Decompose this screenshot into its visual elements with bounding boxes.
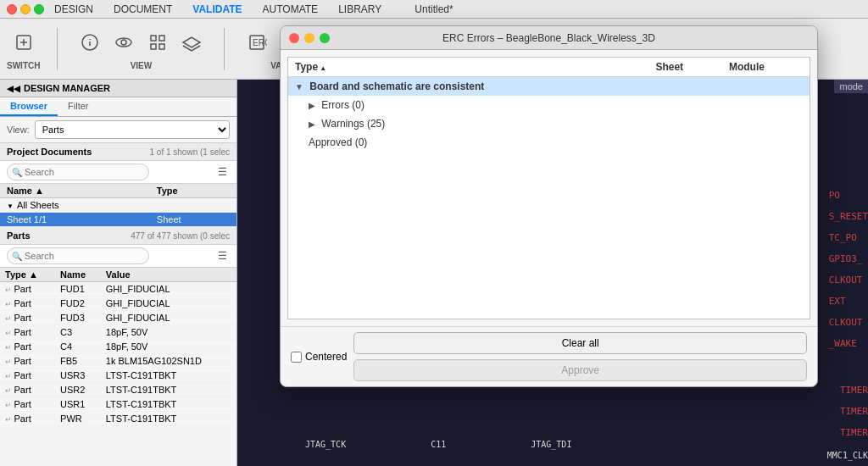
timer-label-1: TIMER <box>840 385 868 396</box>
net-label-3: TC_PO <box>829 232 868 243</box>
project-documents-title: Project Documents <box>7 147 92 157</box>
erc-row-warnings[interactable]: ▶ Warnings (25) <box>288 114 810 133</box>
parts-header: Parts 477 of 477 shown (0 selec <box>0 227 236 245</box>
view-selector-label: View: <box>7 125 30 135</box>
tab-browser[interactable]: Browser <box>0 97 58 116</box>
toolbar-group-switch: SWITCH <box>7 27 40 70</box>
net-label-5: CLKOUT <box>829 275 868 286</box>
erc-row-consistent[interactable]: ▼ Board and schematic are consistent <box>288 77 810 97</box>
table-row: ↵ Part USR3 LTST-C191TBKT <box>0 369 236 383</box>
erc-title-bar: ERC Errors – BeagleBone_Black_Wireless_3… <box>281 26 817 50</box>
table-row: ↵ Part FB5 1k BLM15AG102SN1D <box>0 354 236 369</box>
svg-rect-4 <box>151 36 156 41</box>
erc-expand-warnings-icon[interactable]: ▶ <box>309 119 315 129</box>
erc-col-sheet[interactable]: Sheet <box>648 58 722 77</box>
erc-expand-icon[interactable]: ▼ <box>295 82 303 92</box>
project-documents-count: 1 of 1 shown (1 selec <box>150 147 231 157</box>
parts-col-name[interactable]: Name <box>55 268 101 282</box>
mode-label: mode <box>834 80 868 93</box>
menu-document[interactable]: DOCUMENT <box>110 2 175 17</box>
erc-body: Type Sheet Module ▼ Board and schematic … <box>281 57 817 386</box>
parts-col-type[interactable]: Type ▲ <box>0 268 55 282</box>
project-documents-table: Name ▲ Type ▼All Sheets Sheet 1/1 Sheet <box>0 184 236 227</box>
erc-row-errors[interactable]: ▶ Errors (0) <box>288 96 810 114</box>
timer-label-3: TIMER <box>840 427 868 438</box>
centered-label: Centered <box>305 351 347 363</box>
design-manager-header: ◀◀ DESIGN MANAGER <box>0 80 236 97</box>
switch-button[interactable] <box>8 27 39 58</box>
erc-col-module[interactable]: Module <box>722 58 810 77</box>
sheet-type-cell: Sheet <box>150 213 236 227</box>
table-row: ↵ Part PWR LTST-C191TBKT <box>0 412 236 426</box>
close-window-icon[interactable] <box>7 4 17 14</box>
bottom-label-2: C11 <box>431 440 446 449</box>
view-grid-button[interactable] <box>142 27 173 58</box>
table-row: ↵ Part C4 18pF, 50V <box>0 340 236 354</box>
approve-button[interactable]: Approve <box>353 359 807 381</box>
parts-table: Type ▲ Name Value ↵ Part FUD1 GHI_FIDUCI… <box>0 268 236 426</box>
bottom-label-1: JTAG_TCK <box>305 440 346 449</box>
view-dropdown[interactable]: Parts <box>35 120 230 139</box>
table-row: ↵ Part C3 18pF, 50V <box>0 325 236 340</box>
net-label-7: CLKOUT <box>829 317 868 328</box>
erc-title-text: ERC Errors – BeagleBone_Black_Wireless_3… <box>442 32 655 44</box>
title-bar: DESIGN DOCUMENT VALIDATE AUTOMATE LIBRAR… <box>0 0 868 19</box>
erc-col-type[interactable]: Type <box>288 58 648 77</box>
mmc-label: MMC1_CLK <box>827 449 868 461</box>
centered-checkbox[interactable] <box>291 352 302 363</box>
col-type[interactable]: Type <box>150 184 236 198</box>
table-row-selected[interactable]: Sheet 1/1 Sheet <box>0 213 236 227</box>
view-eye-button[interactable] <box>108 27 139 58</box>
erc-list-area[interactable]: Type Sheet Module ▼ Board and schematic … <box>287 57 810 319</box>
erc-table: Type Sheet Module ▼ Board and schematic … <box>288 58 810 152</box>
menu-validate[interactable]: VALIDATE <box>189 2 245 17</box>
minimize-window-icon[interactable] <box>20 4 31 14</box>
view-selector: View: Parts <box>0 117 236 143</box>
table-row: ↵ Part USR2 LTST-C191TBKT <box>0 383 236 397</box>
net-label-8: _WAKE <box>829 338 868 349</box>
net-label-4: GPIO3_ <box>829 253 868 264</box>
menu-library[interactable]: LIBRARY <box>335 2 385 17</box>
tab-filter[interactable]: Filter <box>58 97 98 116</box>
validate-erc-button[interactable]: ERC <box>242 27 272 58</box>
window-title: Untitled* <box>415 3 453 15</box>
menu-automate[interactable]: AUTOMATE <box>259 2 322 17</box>
view-layers-button[interactable] <box>176 27 207 58</box>
bottom-labels: JTAG_TCK C11 JTAG_TDI <box>305 440 571 449</box>
project-search-input[interactable] <box>7 164 149 180</box>
erc-min-icon[interactable] <box>304 33 314 43</box>
switch-label: SWITCH <box>7 61 40 70</box>
erc-close-icon[interactable] <box>289 33 299 43</box>
browser-filter-tabs: Browser Filter <box>0 97 236 117</box>
timer-label-2: TIMER <box>840 406 868 417</box>
parts-search-input[interactable] <box>7 247 149 264</box>
project-search-bar: ☰ <box>0 161 236 184</box>
expand-icon[interactable]: ▼ <box>7 202 14 210</box>
svg-rect-6 <box>151 44 156 49</box>
bottom-label-3: JTAG_TDI <box>531 440 571 449</box>
maximize-window-icon[interactable] <box>34 4 44 14</box>
view-info-button[interactable] <box>75 27 105 58</box>
net-label-1: PO <box>829 190 868 201</box>
table-row: ▼All Sheets <box>0 198 236 213</box>
window-controls[interactable] <box>7 4 44 14</box>
toolbar-group-view: VIEW <box>75 27 207 70</box>
project-documents-header: Project Documents 1 of 1 shown (1 selec <box>0 143 236 161</box>
erc-window-controls[interactable] <box>289 33 330 43</box>
project-list-icon[interactable]: ☰ <box>214 164 230 180</box>
parts-col-value[interactable]: Value <box>101 268 236 282</box>
parts-count: 477 of 477 shown (0 selec <box>131 231 230 241</box>
erc-row-approved[interactable]: Approved (0) <box>288 133 810 152</box>
parts-title: Parts <box>7 230 31 241</box>
menu-design[interactable]: DESIGN <box>51 2 97 17</box>
design-manager-title: DESIGN MANAGER <box>24 83 110 93</box>
erc-row-errors-label: ▶ Errors (0) <box>288 96 648 114</box>
clear-all-button[interactable]: Clear all <box>353 332 807 354</box>
erc-expand-errors-icon[interactable]: ▶ <box>309 101 315 110</box>
col-name[interactable]: Name ▲ <box>0 184 150 198</box>
erc-dialog: ERC Errors – BeagleBone_Black_Wireless_3… <box>280 25 818 387</box>
erc-max-icon[interactable] <box>320 33 330 43</box>
parts-list-icon[interactable]: ☰ <box>214 248 230 264</box>
parts-search-wrap <box>7 247 211 264</box>
project-search-wrap <box>7 164 211 180</box>
